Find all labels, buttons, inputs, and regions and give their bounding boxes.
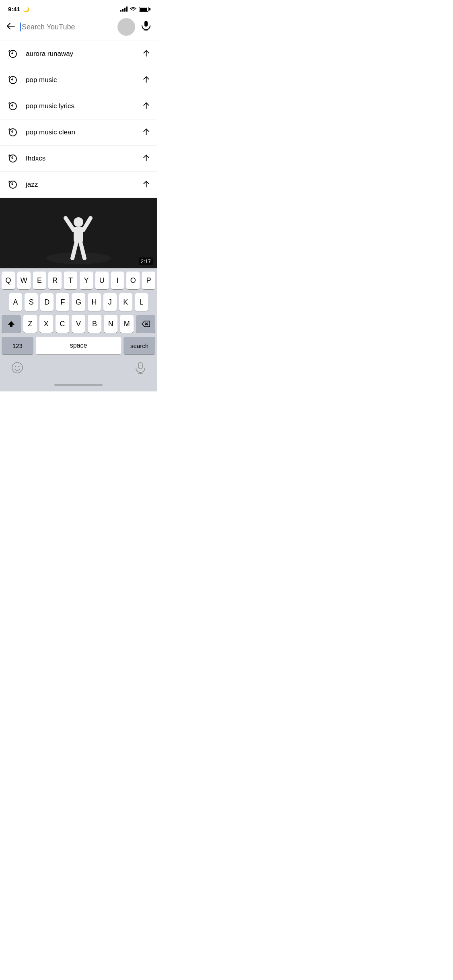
svg-rect-0 xyxy=(144,21,148,27)
key-w[interactable]: W xyxy=(17,272,31,289)
svg-line-10 xyxy=(144,129,149,135)
key-backspace[interactable] xyxy=(136,315,155,333)
svg-rect-27 xyxy=(138,362,142,369)
key-u[interactable]: U xyxy=(95,272,109,289)
video-preview[interactable]: 2:17 xyxy=(0,198,157,268)
keyboard-toolbar xyxy=(0,358,157,381)
key-g[interactable]: G xyxy=(72,293,85,311)
history-icon xyxy=(6,126,19,139)
search-cursor xyxy=(20,23,21,31)
search-input[interactable] xyxy=(20,23,113,31)
keyboard: Q W E R T Y U I O P A S D F G H J K L Z … xyxy=(0,268,157,358)
key-m[interactable]: M xyxy=(120,315,134,333)
back-button[interactable] xyxy=(6,23,15,32)
history-icon xyxy=(6,178,19,191)
svg-line-19 xyxy=(83,218,91,230)
suggestion-text: jazz xyxy=(26,181,143,189)
keyboard-row-3: Z X C V B N M xyxy=(2,315,155,333)
search-input-wrapper[interactable] xyxy=(20,23,113,31)
key-space[interactable]: space xyxy=(36,337,121,354)
status-icons xyxy=(120,6,149,12)
key-shift[interactable] xyxy=(2,315,21,333)
key-p[interactable]: P xyxy=(142,272,155,289)
signal-icon xyxy=(120,7,128,12)
svg-line-6 xyxy=(144,77,149,82)
home-indicator xyxy=(0,381,157,391)
key-q[interactable]: Q xyxy=(2,272,15,289)
suggestion-text: pop music lyrics xyxy=(26,102,143,110)
suggestion-text: pop music xyxy=(26,76,143,84)
key-o[interactable]: O xyxy=(126,272,140,289)
video-content xyxy=(0,198,157,268)
search-bar xyxy=(0,15,157,41)
history-icon xyxy=(6,100,19,113)
key-h[interactable]: H xyxy=(88,293,101,311)
key-a[interactable]: A xyxy=(9,293,22,311)
svg-point-26 xyxy=(19,366,20,367)
key-e[interactable]: E xyxy=(33,272,46,289)
history-icon xyxy=(6,152,19,165)
key-f[interactable]: F xyxy=(56,293,69,311)
key-y[interactable]: Y xyxy=(80,272,93,289)
key-r[interactable]: R xyxy=(48,272,62,289)
key-c[interactable]: C xyxy=(56,315,69,333)
keyboard-row-1: Q W E R T Y U I O P xyxy=(2,272,155,289)
key-search[interactable]: search xyxy=(124,337,155,354)
svg-point-24 xyxy=(12,362,23,373)
svg-line-18 xyxy=(66,218,74,230)
key-l[interactable]: L xyxy=(135,293,148,311)
emoji-button[interactable] xyxy=(11,362,23,377)
svg-line-4 xyxy=(144,51,149,56)
key-x[interactable]: X xyxy=(39,315,53,333)
status-bar: 9:41 🌙 xyxy=(0,0,157,15)
suggestion-text: pop music clean xyxy=(26,128,143,136)
wifi-icon xyxy=(130,6,136,12)
suggestions-list: aurora runaway pop music xyxy=(0,41,157,198)
suggestion-item[interactable]: jazz xyxy=(0,172,157,198)
suggestion-text: fhdxcs xyxy=(26,154,143,163)
mic-kb-button[interactable] xyxy=(135,362,146,377)
svg-line-14 xyxy=(144,181,149,187)
key-s[interactable]: S xyxy=(25,293,38,311)
mic-button[interactable] xyxy=(142,21,150,33)
svg-line-12 xyxy=(144,155,149,161)
suggestion-item[interactable]: pop music xyxy=(0,67,157,93)
suggestion-item[interactable]: pop music clean xyxy=(0,119,157,146)
key-n[interactable]: N xyxy=(104,315,117,333)
history-icon xyxy=(6,47,19,60)
svg-point-25 xyxy=(15,366,16,367)
key-numbers[interactable]: 123 xyxy=(2,337,33,354)
key-z[interactable]: Z xyxy=(23,315,37,333)
video-duration: 2:17 xyxy=(139,257,153,265)
suggestion-item[interactable]: fhdxcs xyxy=(0,146,157,172)
history-icon xyxy=(6,74,19,86)
moon-icon: 🌙 xyxy=(23,6,29,12)
key-d[interactable]: D xyxy=(40,293,54,311)
key-v[interactable]: V xyxy=(72,315,85,333)
key-k[interactable]: K xyxy=(119,293,132,311)
svg-line-8 xyxy=(144,103,149,109)
suggestion-item[interactable]: pop music lyrics xyxy=(0,93,157,119)
keyboard-bottom-row: 123 space search xyxy=(2,337,155,354)
home-indicator-bar xyxy=(54,384,103,386)
svg-point-16 xyxy=(74,217,83,227)
suggestion-text: aurora runaway xyxy=(26,50,143,58)
touch-indicator xyxy=(117,18,135,36)
key-t[interactable]: T xyxy=(64,272,77,289)
key-b[interactable]: B xyxy=(88,315,101,333)
dancer-silhouette xyxy=(38,206,119,268)
key-i[interactable]: I xyxy=(111,272,124,289)
keyboard-row-2: A S D F G H J K L xyxy=(2,293,155,311)
suggestion-item[interactable]: aurora runaway xyxy=(0,41,157,67)
battery-icon xyxy=(139,7,149,12)
key-j[interactable]: J xyxy=(103,293,117,311)
status-time: 9:41 🌙 xyxy=(8,6,29,12)
svg-point-15 xyxy=(46,252,111,264)
